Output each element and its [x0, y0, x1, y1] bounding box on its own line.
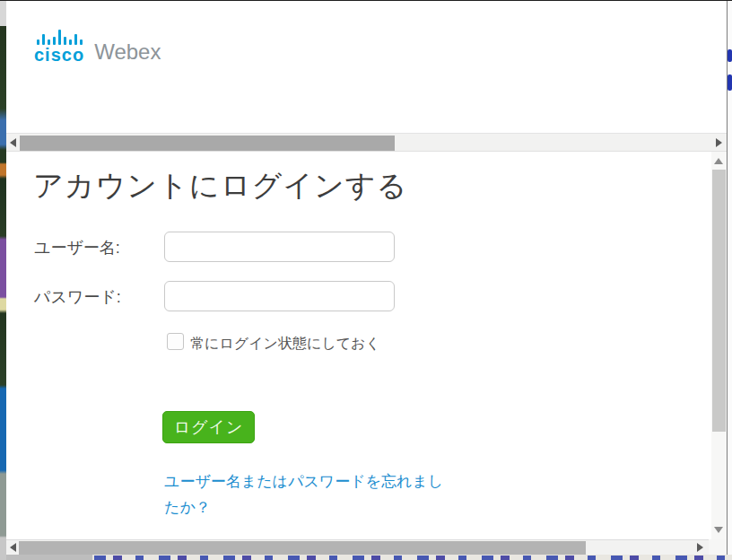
- clipped-background-text: [94, 556, 727, 560]
- header-horizontal-scrollbar[interactable]: [6, 133, 727, 152]
- scroll-right-arrow-icon[interactable]: [716, 138, 722, 147]
- cisco-webex-logo: cisco Webex: [34, 30, 161, 63]
- page-title: アカウントにログインする: [33, 166, 407, 206]
- horizontal-scrollbar-thumb[interactable]: [20, 136, 395, 151]
- window-horizontal-scrollbar[interactable]: [6, 539, 709, 555]
- scrollbar-corner: [709, 539, 727, 555]
- background-page-left-sliver: [0, 1, 6, 560]
- vertical-scrollbar-thumb[interactable]: [712, 170, 726, 432]
- login-button[interactable]: ログイン: [162, 411, 255, 443]
- password-input[interactable]: [164, 281, 395, 311]
- password-label: パスワード:: [34, 286, 121, 308]
- webex-login-window: cisco Webex アカウントにログインする ユーザー名: パスワード: 常…: [0, 0, 732, 560]
- background-gray-segment: [6, 555, 92, 560]
- background-page-bottom-sliver: [6, 555, 732, 560]
- remember-me-label[interactable]: 常にログイン状態にしておく: [190, 332, 388, 355]
- cisco-bridge-bars-icon: [37, 30, 83, 45]
- cisco-wordmark: cisco: [34, 47, 84, 63]
- clipped-background-text-mark: [728, 74, 732, 91]
- remember-me-checkbox[interactable]: [167, 333, 184, 350]
- background-page-right-sliver: [728, 1, 732, 560]
- username-input[interactable]: [164, 232, 395, 262]
- scroll-left-arrow-icon[interactable]: [10, 543, 16, 552]
- horizontal-scrollbar-thumb[interactable]: [19, 541, 586, 555]
- cisco-logo-icon: cisco: [34, 30, 84, 63]
- form-vertical-scrollbar[interactable]: [711, 152, 727, 539]
- webex-wordmark: Webex: [94, 41, 161, 63]
- username-label: ユーザー名:: [34, 237, 120, 258]
- scroll-right-arrow-icon[interactable]: [697, 543, 703, 552]
- scroll-up-arrow-icon[interactable]: [714, 158, 723, 164]
- scroll-left-arrow-icon[interactable]: [10, 138, 16, 147]
- scroll-down-arrow-icon[interactable]: [714, 527, 723, 533]
- forgot-credentials-link[interactable]: ユーザー名またはパスワードを忘れましたか？: [164, 468, 444, 521]
- clipped-background-text-mark: [728, 49, 732, 62]
